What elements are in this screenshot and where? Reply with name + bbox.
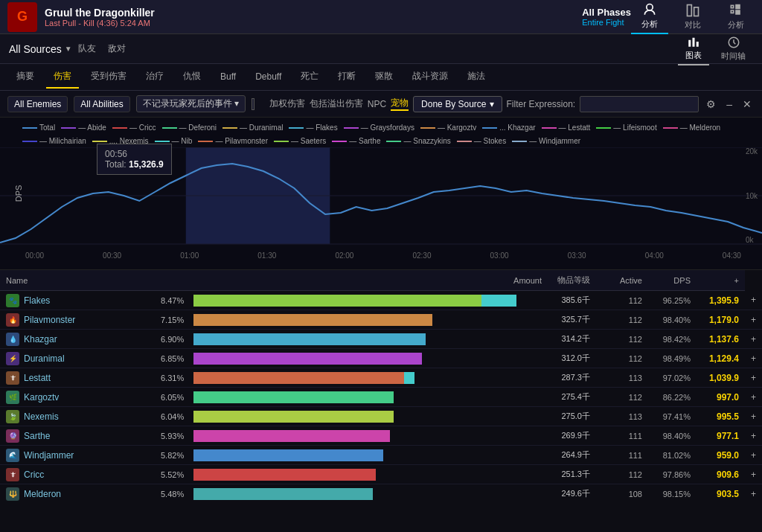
player-cell: 🔮 Sarthe	[6, 429, 149, 443]
bar-cell	[190, 368, 548, 388]
legend-deferoni: — Deferoni	[162, 122, 217, 134]
bar-outer	[193, 295, 545, 307]
tab-interrupt[interactable]: 打断	[330, 65, 363, 89]
table-row[interactable]: 🗡 Cricc 5.52% 251.3千11297.86%909.6+	[0, 465, 762, 484]
expand-button[interactable]: +	[745, 291, 762, 310]
boss-info: Gruul the Dragonkiller Last Pull - Kill …	[45, 7, 552, 28]
all-sources-button[interactable]: All Sources ▼	[9, 43, 72, 55]
table-row[interactable]: ⚡ Duranimal 6.85% 312.0千11298.49%1,129.4…	[0, 349, 762, 368]
bar-cell	[190, 446, 548, 465]
legend-flakes: — Flakes	[289, 122, 337, 134]
amount-cell: 314.2千	[548, 330, 596, 349]
expand-button[interactable]: +	[745, 446, 762, 465]
boss-name: Gruul the Dragonkiller	[45, 7, 552, 19]
timeline-view-button[interactable]: 时间轴	[714, 33, 753, 65]
event-filter-button[interactable]: 不记录玩家死后的事件 ▾	[136, 95, 246, 112]
dps-cell: 1,137.6	[697, 330, 745, 349]
expand-button[interactable]: +	[745, 349, 762, 368]
table-row[interactable]: 🔮 Sarthe 5.93% 269.9千11198.40%977.1+	[0, 426, 762, 446]
amount-cell: 275.4千	[548, 388, 596, 407]
tab-cast[interactable]: 施法	[460, 65, 493, 89]
player-name: Pilavmonster	[24, 315, 75, 325]
chart-view-button[interactable]: 图表	[678, 32, 709, 65]
player-icon: 🗡	[6, 468, 19, 481]
bar-fill-primary	[193, 391, 394, 403]
legend-pilav: — Pilavmonster	[198, 135, 268, 147]
table-row[interactable]: 🔥 Pilavmonster 7.15% 325.7千11298.40%1,17…	[0, 310, 762, 330]
done-by-source-button[interactable]: Done By Source ▾	[413, 96, 502, 112]
tab-damage-taken[interactable]: 受到伤害	[83, 65, 134, 89]
player-icon: 🐾	[6, 294, 19, 307]
tab-healing[interactable]: 治疗	[138, 65, 171, 89]
nav-analyze1-button[interactable]: 分析	[631, 0, 668, 34]
expand-button[interactable]: +	[745, 330, 762, 349]
tab-damage[interactable]: 伤害	[46, 65, 79, 89]
phase-selector[interactable]: All Phases Entire Fight	[582, 7, 631, 27]
bar-outer	[193, 314, 545, 326]
bar-outer	[193, 469, 545, 481]
x-label-4: 02:00	[335, 251, 353, 260]
pct-cell: 6.31%	[155, 368, 190, 388]
filter-minimize-button[interactable]: –	[723, 97, 735, 112]
svg-rect-3	[688, 40, 691, 47]
active-cell: 97.41%	[648, 407, 697, 426]
player-name: Kargoztv	[24, 392, 59, 403]
dps-cell: 977.1	[697, 426, 745, 446]
bar-fill-primary	[193, 372, 404, 384]
total-line	[0, 164, 762, 243]
pct-cell: 5.52%	[155, 465, 190, 484]
ilvl-cell: 112	[596, 330, 648, 349]
x-label-0: 00:00	[25, 251, 44, 260]
legend-dot-total	[22, 127, 37, 129]
player-name: Cricc	[24, 469, 44, 480]
abilities-filter-button[interactable]: All Abilities	[74, 96, 129, 112]
table-row[interactable]: 🐾 Flakes 8.47% 385.6千11296.25%1,395.9+	[0, 291, 762, 310]
active-cell: 97.86%	[648, 465, 697, 484]
active-cell: 98.49%	[648, 349, 697, 368]
expand-button[interactable]: +	[745, 484, 762, 501]
active-cell: 98.15%	[648, 484, 697, 501]
legend-dot-snazzy	[386, 141, 401, 142]
table-row[interactable]: 🗡 Lestatt 6.31% 287.3千11397.02%1,039.9+	[0, 368, 762, 388]
tab-buff[interactable]: Buff	[213, 67, 243, 88]
expand-button[interactable]: +	[745, 368, 762, 388]
table-row[interactable]: 🔱 Melderon 5.48% 249.6千10898.15%903.5+	[0, 484, 762, 501]
expand-button[interactable]: +	[745, 407, 762, 426]
y-label-20k: 20k	[746, 147, 758, 156]
table-row[interactable]: 🌿 Kargoztv 6.05% 275.4千11286.22%997.0+	[0, 388, 762, 407]
player-icon: 🗡	[6, 371, 19, 385]
expand-button[interactable]: +	[745, 388, 762, 407]
filter-expression-input[interactable]	[580, 96, 699, 112]
tab-death[interactable]: 死亡	[293, 65, 326, 89]
tab-summary[interactable]: 摘要	[9, 65, 42, 89]
tooltip-time: 00:56	[105, 149, 164, 159]
phases-label: All Phases	[582, 7, 631, 18]
event-toggle-checkbox[interactable]	[252, 98, 254, 110]
legend-dot-deferoni	[162, 127, 177, 129]
bar-fill-primary	[193, 488, 373, 500]
friend-label: 队友	[78, 42, 96, 55]
table-row[interactable]: 🍃 Nexemis 6.04% 275.0千11397.41%995.5+	[0, 407, 762, 426]
x-label-9: 04:30	[723, 251, 741, 260]
filter-expr-label: Filter Expression:	[507, 99, 576, 109]
expand-button[interactable]: +	[745, 310, 762, 330]
filter-close-button[interactable]: ✕	[740, 97, 755, 112]
col-name: Name	[0, 270, 190, 291]
expand-button[interactable]: +	[745, 426, 762, 446]
enemies-filter-button[interactable]: All Enemies	[7, 96, 68, 112]
tab-resources[interactable]: 战斗资源	[405, 65, 455, 89]
nav-analyze2-button[interactable]: 分析	[717, 0, 755, 33]
fight-label: Entire Fight	[582, 18, 631, 27]
tab-threat[interactable]: 仇恨	[176, 65, 208, 89]
table-row[interactable]: 🌊 Windjammer 5.82% 264.9千11181.02%959.0+	[0, 446, 762, 465]
tab-debuff[interactable]: Debuff	[248, 67, 289, 88]
amount-cell: 269.9千	[548, 426, 596, 446]
filter-settings-button[interactable]: ⚙	[703, 97, 719, 112]
tabs-row: 摘要 伤害 受到伤害 治疗 仇恨 Buff Debuff 死亡 打断 驱散 战斗…	[0, 64, 762, 91]
tab-dispel[interactable]: 驱散	[368, 65, 400, 89]
player-cell: 🔱 Melderon	[6, 487, 149, 501]
bar-cell	[190, 426, 548, 446]
table-row[interactable]: 💧 Khazgar 6.90% 314.2千11298.42%1,137.6+	[0, 330, 762, 349]
nav-compare-button[interactable]: 对比	[674, 0, 711, 33]
expand-button[interactable]: +	[745, 465, 762, 484]
